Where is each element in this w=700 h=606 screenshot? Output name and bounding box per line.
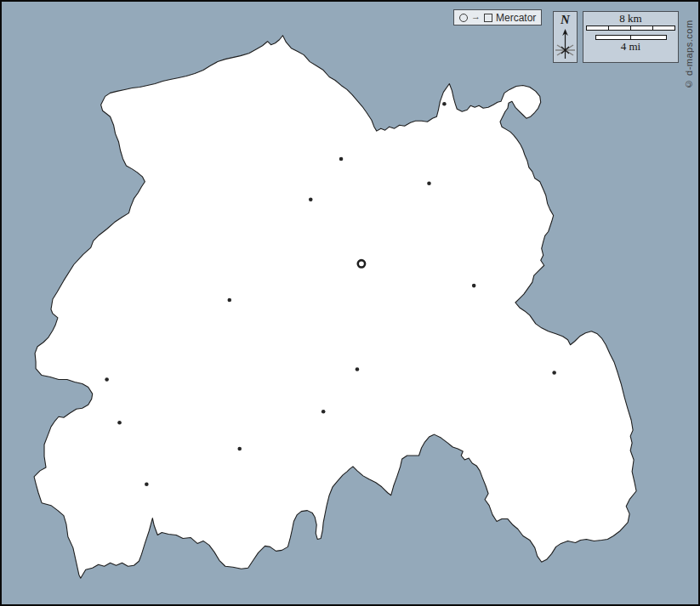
scale-km-bar (586, 25, 675, 31)
scale-km-label: 8 km (619, 13, 641, 25)
landmass-outline (34, 36, 636, 578)
circle-glyph-icon (459, 14, 468, 22)
city-dot (322, 410, 326, 414)
scale-mi-label: 4 mi (621, 41, 640, 53)
city-dot (356, 367, 360, 371)
city-dot (117, 421, 122, 425)
capital-marker (358, 260, 365, 267)
compass-box: N (553, 11, 578, 63)
square-glyph-icon (484, 14, 492, 22)
city-dot (442, 102, 447, 106)
projection-label: Mercator (496, 13, 536, 23)
city-dot (105, 377, 109, 382)
city-dot (552, 371, 556, 375)
north-label: N (561, 13, 570, 27)
scale-bar-box: 8 km 4 mi (583, 11, 679, 63)
city-dot (472, 284, 476, 288)
city-dot (145, 483, 149, 487)
arrow-glyph-icon: → (471, 12, 481, 21)
city-dot (309, 197, 313, 201)
city-dot (427, 182, 431, 186)
city-dot (339, 157, 344, 161)
projection-legend: → Mercator (453, 9, 542, 25)
map-stage: → Mercator N 8 km 4 mi © d-maps.com (0, 0, 700, 606)
city-dot (237, 447, 242, 451)
map-svg (2, 2, 698, 604)
copyright-credit: © d-maps.com (684, 13, 694, 89)
city-dot (228, 298, 232, 303)
compass-star-icon (553, 27, 578, 61)
